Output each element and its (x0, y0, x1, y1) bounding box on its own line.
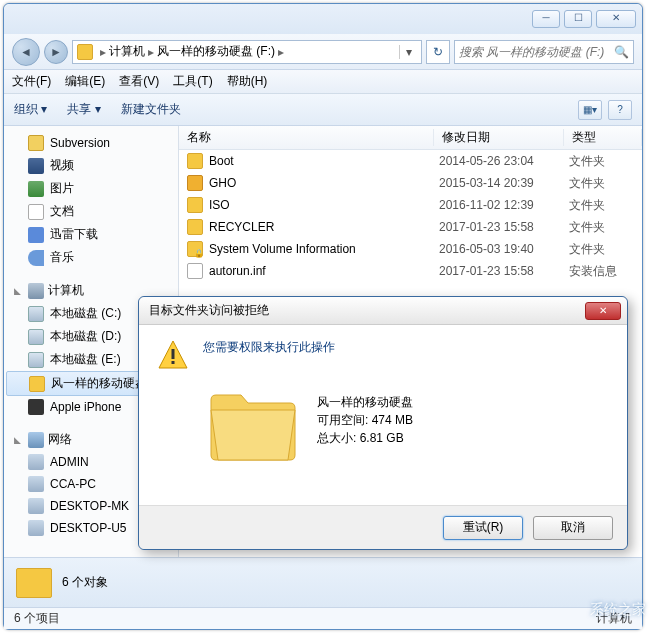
breadcrumb-seg-computer[interactable]: 计算机 (109, 43, 145, 60)
file-type: 文件夹 (569, 219, 605, 236)
minimize-button[interactable]: ─ (532, 10, 560, 28)
file-row[interactable]: System Volume Information2016-05-03 19:4… (179, 238, 642, 260)
chevron-right-icon: ▸ (100, 45, 106, 59)
chevron-right-icon: ▸ (278, 45, 284, 59)
file-date: 2017-01-23 15:58 (439, 220, 569, 234)
file-name: ISO (209, 198, 439, 212)
search-icon[interactable]: 🔍 (614, 45, 629, 59)
doc-icon (28, 204, 44, 220)
dialog-title: 目标文件夹访问被拒绝 (149, 302, 269, 319)
menu-bar: 文件(F) 编辑(E) 查看(V) 工具(T) 帮助(H) (4, 70, 642, 94)
cancel-button[interactable]: 取消 (533, 516, 613, 540)
sidebar-item-label: 本地磁盘 (D:) (50, 328, 121, 345)
search-input[interactable] (459, 45, 612, 59)
sidebar-item-label: 本地磁盘 (E:) (50, 351, 121, 368)
sidebar-item[interactable]: Subversion (4, 132, 178, 154)
new-folder-button[interactable]: 新建文件夹 (121, 101, 181, 118)
sidebar-item-label: CCA-PC (50, 477, 96, 491)
file-date: 2014-05-26 23:04 (439, 154, 569, 168)
folder-icon (203, 370, 303, 470)
file-type: 文件夹 (569, 197, 605, 214)
col-header-date[interactable]: 修改日期 (434, 129, 564, 146)
menu-edit[interactable]: 编辑(E) (65, 73, 105, 90)
file-row[interactable]: autorun.inf2017-01-23 15:58安装信息 (179, 260, 642, 282)
menu-tools[interactable]: 工具(T) (173, 73, 212, 90)
share-button[interactable]: 共享 ▾ (67, 101, 100, 118)
dl-icon (28, 227, 44, 243)
sidebar-label: 计算机 (48, 282, 84, 299)
usb-icon (29, 376, 45, 392)
phone-icon (28, 399, 44, 415)
pc-icon (28, 454, 44, 470)
file-date: 2016-05-03 19:40 (439, 242, 569, 256)
forward-button[interactable]: ► (44, 40, 68, 64)
menu-view[interactable]: 查看(V) (119, 73, 159, 90)
sidebar-item[interactable]: 文档 (4, 200, 178, 223)
nav-bar: ◄ ► ▸ 计算机 ▸ 风一样的移动硬盘 (F:) ▸ ▾ ↻ 🔍 (4, 34, 642, 70)
file-type: 文件夹 (569, 153, 605, 170)
close-button[interactable]: ✕ (596, 10, 636, 28)
file-row[interactable]: Boot2014-05-26 23:04文件夹 (179, 150, 642, 172)
col-header-name[interactable]: 名称 (179, 129, 434, 146)
titlebar: ─ ☐ ✕ (4, 4, 642, 34)
help-button[interactable]: ? (608, 100, 632, 120)
address-bar[interactable]: ▸ 计算机 ▸ 风一样的移动硬盘 (F:) ▸ ▾ (72, 40, 422, 64)
file-icon (187, 263, 203, 279)
search-box[interactable]: 🔍 (454, 40, 634, 64)
sidebar-item-label: Subversion (50, 136, 110, 150)
sidebar-item[interactable]: 迅雷下载 (4, 223, 178, 246)
sidebar-item[interactable]: 视频 (4, 154, 178, 177)
dialog-close-button[interactable]: ✕ (585, 302, 621, 320)
file-type: 安装信息 (569, 263, 617, 280)
svg-rect-1 (172, 349, 175, 359)
sidebar-item-label: DESKTOP-MK (50, 499, 129, 513)
retry-button[interactable]: 重试(R) (443, 516, 523, 540)
sidebar-item-label: 迅雷下载 (50, 226, 98, 243)
file-name: System Volume Information (209, 242, 439, 256)
sidebar-item[interactable]: 音乐 (4, 246, 178, 269)
file-type: 文件夹 (569, 241, 605, 258)
free-space-label: 可用空间: (317, 413, 372, 427)
sidebar-label: 网络 (48, 431, 72, 448)
sidebar-item-label: 本地磁盘 (C:) (50, 305, 121, 322)
sidebar-item[interactable]: 图片 (4, 177, 178, 200)
free-space-value: 474 MB (372, 413, 413, 427)
dialog-message: 您需要权限来执行此操作 (203, 339, 609, 356)
file-date: 2017-01-23 15:58 (439, 264, 569, 278)
file-date: 2016-11-02 12:39 (439, 198, 569, 212)
network-icon (28, 432, 44, 448)
total-size-value: 6.81 GB (360, 431, 404, 445)
details-text: 6 个对象 (62, 574, 108, 591)
breadcrumb-seg-drive[interactable]: 风一样的移动硬盘 (F:) (157, 43, 275, 60)
status-bar: 6 个项目 计算机 (4, 607, 642, 629)
chevron-right-icon: ▸ (148, 45, 154, 59)
file-row[interactable]: RECYCLER2017-01-23 15:58文件夹 (179, 216, 642, 238)
expand-icon: ◣ (14, 286, 24, 296)
pc-icon (28, 476, 44, 492)
fav-icon (28, 135, 44, 151)
back-button[interactable]: ◄ (12, 38, 40, 66)
column-headers: 名称 修改日期 类型 (179, 126, 642, 150)
menu-file[interactable]: 文件(F) (12, 73, 51, 90)
menu-help[interactable]: 帮助(H) (227, 73, 268, 90)
sidebar-item-label: ADMIN (50, 455, 89, 469)
dialog-titlebar: 目标文件夹访问被拒绝 ✕ (139, 297, 627, 325)
col-header-type[interactable]: 类型 (564, 129, 642, 146)
file-row[interactable]: ISO2016-11-02 12:39文件夹 (179, 194, 642, 216)
gho-icon (187, 175, 203, 191)
file-name: RECYCLER (209, 220, 439, 234)
pc-icon (28, 520, 44, 536)
view-mode-button[interactable]: ▦▾ (578, 100, 602, 120)
file-row[interactable]: GHO2015-03-14 20:39文件夹 (179, 172, 642, 194)
address-dropdown[interactable]: ▾ (399, 45, 417, 59)
sidebar-item-label: DESKTOP-U5 (50, 521, 126, 535)
organize-button[interactable]: 组织 ▾ (14, 101, 47, 118)
drive-icon (28, 306, 44, 322)
dialog-drive-info: 风一样的移动硬盘 可用空间: 474 MB 总大小: 6.81 GB (317, 393, 413, 447)
warning-icon (157, 339, 189, 371)
file-date: 2015-03-14 20:39 (439, 176, 569, 190)
computer-icon (28, 283, 44, 299)
refresh-button[interactable]: ↻ (426, 40, 450, 64)
status-item-count: 6 个项目 (14, 610, 60, 627)
maximize-button[interactable]: ☐ (564, 10, 592, 28)
